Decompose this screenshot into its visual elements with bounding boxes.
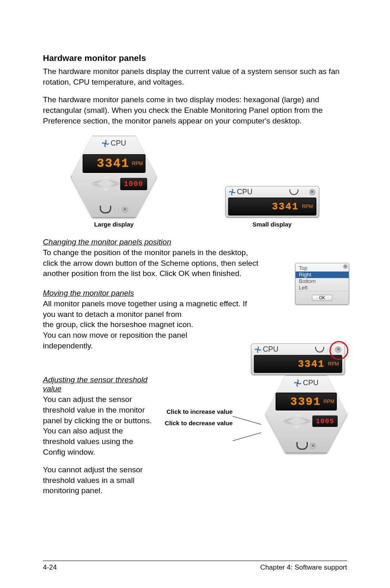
lcd-value: 3341: [298, 359, 325, 370]
subheading-changing: Changing the monitor panels position: [43, 238, 347, 247]
drag-dots-icon[interactable]: ⋮⋮: [113, 207, 120, 212]
annotation-decrease: Click to decrease value: [165, 420, 233, 427]
section-heading: Hardware monitor panels: [43, 53, 347, 63]
panel-controls: ✕: [296, 442, 316, 450]
magnet-icon[interactable]: [315, 347, 324, 352]
position-dropdown[interactable]: ✕ Top Right Bottom Left OK: [295, 263, 349, 305]
paragraph-adjusting-1: You can adjust the sensor threshold valu…: [43, 394, 157, 457]
gauge-title: CPU: [303, 379, 318, 387]
close-icon[interactable]: ✕: [309, 189, 316, 195]
chevron-down-icon[interactable]: [283, 422, 312, 428]
adjust-row: Adjusting the sensor threshold value You…: [43, 375, 347, 503]
lcd-main: 3341 RPM: [254, 355, 342, 373]
page-footer: 4-24 Chapter 4: Software support: [43, 563, 347, 572]
fan-icon: [294, 379, 301, 387]
footer-rule: [43, 561, 347, 561]
close-icon[interactable]: ✕: [343, 264, 348, 269]
subheading-adjusting: Adjusting the sensor threshold value: [43, 375, 157, 393]
lcd-value: 3391: [290, 395, 321, 408]
annotation-increase: Click to increase value: [165, 408, 233, 415]
lcd-threshold: 1005: [312, 415, 338, 427]
gauge-title-bar: CPU: [101, 139, 126, 148]
lcd-unit: RPM: [302, 204, 313, 209]
lcd-value: 3341: [97, 157, 130, 171]
fan-icon: [101, 140, 109, 147]
close-icon[interactable]: ✕: [335, 346, 341, 353]
small-monitor-panel[interactable]: CPU ⋮⋮ ✕ 3341 RPM: [251, 343, 345, 375]
svg-line-3: [233, 416, 261, 424]
gauge-title: CPU: [110, 139, 126, 148]
gauge-title-bar: CPU: [294, 379, 318, 387]
magnet-icon[interactable]: [100, 206, 111, 213]
small-display-caption: Small display: [253, 221, 292, 228]
small-gauge-title: CPU: [237, 188, 253, 196]
threshold-stepper[interactable]: [282, 414, 312, 431]
lcd-unit: RPM: [132, 161, 143, 166]
magnet-highlighted-panel: CPU ⋮⋮ ✕ 3341 RPM: [251, 343, 349, 375]
annotation-column: Click to increase value Click to decreas…: [165, 375, 233, 427]
footer-page-number: 4-24: [43, 563, 57, 572]
lcd-unit: RPM: [328, 361, 339, 367]
lcd-unit: RPM: [323, 399, 334, 404]
small-title-bar: CPU ⋮⋮ ✕: [252, 345, 344, 355]
adjust-monitor-panel[interactable]: CPU 3391 RPM 1005 ✕: [265, 375, 347, 453]
drag-dots-icon[interactable]: ⋮⋮: [300, 190, 307, 194]
position-option-left[interactable]: Left: [296, 285, 349, 291]
fan-icon: [229, 189, 235, 195]
paragraph-intro-1: The hardware monitor panels display the …: [43, 66, 347, 87]
lcd-main: 3391 RPM: [276, 393, 337, 411]
paragraph-adjusting-2: You cannot adjust the sensor threshold v…: [43, 465, 157, 496]
chevron-down-icon[interactable]: [92, 184, 120, 191]
leader-lines: [233, 375, 265, 457]
large-display-figure: CPU 3341 RPM 1000 ⋮⋮ ✕ Large display: [71, 136, 157, 228]
small-title-bar: CPU ⋮⋮ ✕: [226, 187, 318, 197]
position-option-bottom[interactable]: Bottom: [296, 278, 349, 285]
small-display-figure: CPU ⋮⋮ ✕ 3341 RPM Small display: [225, 186, 319, 228]
lcd-threshold: 1000: [120, 178, 147, 190]
magnet-icon[interactable]: [289, 189, 298, 195]
fan-icon: [255, 346, 261, 353]
lcd-main: 3341 RPM: [228, 197, 316, 215]
position-options: Top Right Bottom Left: [296, 263, 349, 292]
large-display-caption: Large display: [94, 221, 134, 228]
large-monitor-panel[interactable]: CPU 3341 RPM 1000 ⋮⋮ ✕: [71, 136, 157, 218]
position-option-top[interactable]: Top: [296, 265, 349, 272]
ok-button[interactable]: OK: [312, 295, 332, 301]
small-monitor-panel[interactable]: CPU ⋮⋮ ✕ 3341 RPM: [225, 186, 319, 218]
paragraph-moving-b: you want to detach a monitor panel from …: [43, 309, 194, 351]
chevron-up-icon[interactable]: [92, 177, 120, 183]
magnet-icon[interactable]: [296, 442, 308, 450]
lcd-value: 3341: [272, 201, 299, 212]
close-icon[interactable]: ✕: [309, 443, 316, 449]
small-gauge-title: CPU: [263, 345, 278, 354]
close-icon[interactable]: ✕: [122, 206, 128, 213]
drag-dots-icon[interactable]: ⋮⋮: [326, 347, 333, 352]
chevron-up-icon[interactable]: [283, 414, 312, 421]
figure-row: CPU 3341 RPM 1000 ⋮⋮ ✕ Large display: [43, 136, 347, 228]
footer-chapter: Chapter 4: Software support: [260, 563, 347, 572]
paragraph-changing: To change the position of the monitor pa…: [43, 247, 260, 279]
svg-line-4: [233, 433, 261, 441]
threshold-stepper[interactable]: [90, 177, 122, 193]
panel-controls: ⋮⋮ ✕: [100, 206, 128, 213]
lcd-main: 3341 RPM: [83, 154, 146, 173]
position-option-right[interactable]: Right: [296, 272, 349, 278]
paragraph-intro-2: The hardware monitor panels come in two …: [43, 94, 347, 126]
